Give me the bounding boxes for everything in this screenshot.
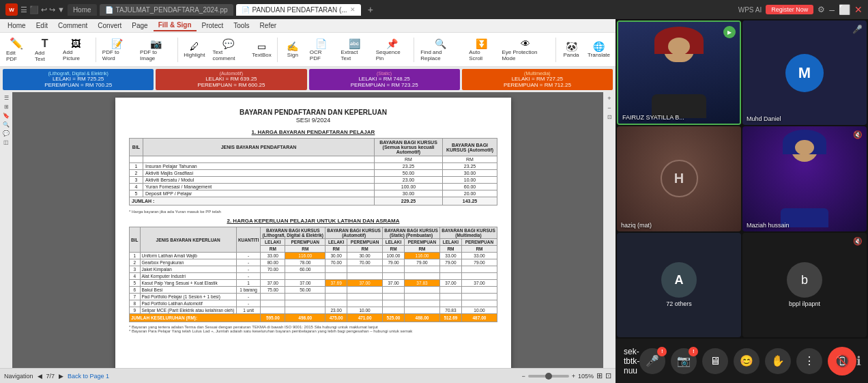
sidebar-search-icon[interactable]: 🔍 [3, 122, 10, 128]
video-cell-haziq[interactable]: H haziq (mat) [617, 126, 741, 231]
tab-home-ribbon[interactable]: Home [3, 20, 31, 31]
tool-edit-pdf[interactable]: ✏️ Edit PDF [3, 35, 30, 64]
registration-table: BIL JENIS BAYARAN PENDAFTARAN BAYARAN BA… [129, 138, 497, 205]
mic-off-muhd: 🎤 [852, 25, 863, 34]
tool-extract-text[interactable]: 🔤 Extract Text [338, 36, 371, 63]
section2-title: 2. HARGA KEPERLUAN PELAJAR UNTUK LATIHAN… [129, 218, 497, 224]
browser-top-bar: W ☰ ⬛ ↩ ↪ ▼ Home 📄 TAJULMAT_PENDAFTARA_2… [0, 0, 868, 19]
tab-tools[interactable]: Tools [229, 20, 254, 31]
table-row: 5 Deposit MPP / Pelajar 30.00 20.00 [130, 190, 497, 197]
tool-pdf-to-image[interactable]: 📷 PDF to Image [136, 36, 175, 63]
screen-share-btn[interactable]: 🖥 [702, 348, 728, 374]
tool-add-text[interactable]: T Add Text [31, 36, 58, 64]
document-area: Home Edit Comment Convert Page Fill & Si… [0, 19, 616, 383]
tab-edit[interactable]: Edit [31, 20, 53, 31]
table-row: 8 Pad Portfolio Latihan Automotif - [130, 300, 497, 307]
video-cell-fairuz[interactable]: FAIRUZ SYATILLA B... ▶ [617, 20, 741, 125]
tab-home[interactable]: Home [68, 4, 97, 16]
tab-doc2-active[interactable]: 📄 PANDUAN PENDAFTARAN (... ✕ [236, 4, 361, 16]
page-next-btn[interactable]: ▶ [59, 373, 63, 380]
tool-add-picture[interactable]: 🖼 Add Picture [59, 36, 93, 63]
tool-sign[interactable]: ✍ Sign [280, 39, 305, 60]
zoom-slider[interactable] [528, 375, 569, 378]
video-cell-label-bppl: bppl ilpapnt [789, 300, 820, 307]
tab-refer[interactable]: Refer [255, 20, 281, 31]
upgrade-btn[interactable]: Register Now [766, 5, 813, 14]
back-to-page-btn[interactable]: Back to Page 1 [68, 373, 109, 380]
table-row: 1 Insuran Pelajar Tahunan 23.25 23.25 [130, 163, 497, 170]
tab-protect[interactable]: Protect [197, 20, 229, 31]
video-panel: FAIRUZ SYATILLA B... ▶ M Muhd Daniel 🎤 H [616, 19, 868, 383]
page-indicator: 7/7 [46, 373, 55, 380]
settings-btn[interactable]: ⚙ [818, 5, 825, 14]
tab-comment[interactable]: Comment [53, 20, 92, 31]
table-row: 2 Gearbox Pengukuran - 80.00 78.00 70.00… [130, 259, 497, 266]
mic-off-maziah: 🔇 [853, 130, 863, 139]
status-cards-row: (Lithografi, Digital & Elektrik) LELAKI … [0, 67, 616, 92]
tool-eye-protection[interactable]: 👁 Eye Protection Mode [498, 36, 553, 63]
fit-width-btn[interactable]: ⊞ [596, 371, 603, 380]
table-row: 7 Pad Portfolio Pelajar (1 Sesion + 1 be… [130, 294, 497, 300]
toolbar-icons: ☰ ⬛ ↩ ↪ ▼ [20, 5, 65, 14]
wps-logo: W [5, 3, 18, 16]
jumlah-row: JUMLAH : 229.25 143.25 [130, 197, 497, 205]
video-grid: FAIRUZ SYATILLA B... ▶ M Muhd Daniel 🎤 H [616, 19, 868, 339]
tool-text-comment[interactable]: 💬 Text comment [209, 36, 248, 63]
tool-textbox[interactable]: ▭ TextBox [249, 39, 274, 60]
tab-fill[interactable]: Fill & Sign [154, 20, 197, 31]
video-cell-muhd-daniel[interactable]: M Muhd Daniel 🎤 [742, 20, 867, 125]
left-doc-sidebar: ☰ ⊞ 🔖 🔍 💬 ◫ [0, 92, 12, 368]
zoom-in-icon[interactable]: + [607, 95, 611, 102]
zoom-out-icon[interactable]: − [607, 104, 611, 111]
table-row: 6 Bakul Besi 1 barang 75.00 50.00 [130, 287, 497, 294]
tool-highlight[interactable]: 🖊 Highlight [181, 39, 207, 60]
doc-main-title: BAYARAN PENDAFTARAN DAN KEPERLUAN [129, 109, 497, 116]
mic-btn[interactable]: 🎤 ! [639, 348, 665, 374]
sidebar-bookmark-icon[interactable]: 🔖 [3, 113, 10, 119]
tab-page[interactable]: Page [127, 20, 152, 31]
tool-auto-scroll[interactable]: ⏬ Auto Scroll [465, 36, 497, 63]
emoji-btn[interactable]: 😊 [734, 348, 760, 374]
video-cell-maziah[interactable]: Maziah hussain 🔇 [742, 126, 867, 231]
table-row: 2 Aktiviti Majlis Gradfiasi 50.00 30.00 [130, 170, 497, 177]
tool-ocr[interactable]: 📄 OCR PDF [306, 36, 336, 63]
raise-hand-btn[interactable]: ✋ [765, 348, 791, 374]
tab-convert[interactable]: Convert [93, 20, 126, 31]
video-cell-bppl[interactable]: b bppl ilpapnt 🔇 [742, 233, 867, 337]
sidebar-layer-icon[interactable]: ◫ [3, 139, 9, 145]
keperluan-table: BIL JENIS BAYARAN KEPERLUAN KUANTITI BAY… [129, 227, 497, 322]
zoom-out-btn[interactable]: − [521, 373, 525, 380]
video-cell-label-muhd: Muhd Daniel [747, 115, 781, 122]
new-tab-btn[interactable]: + [364, 4, 377, 15]
page-prev-btn[interactable]: ◀ [38, 373, 42, 380]
close-btn[interactable]: ✕ [854, 4, 863, 15]
tab-doc1[interactable]: 📄 TAJULMAT_PENDAFTARA_2024.pp [100, 4, 233, 16]
tool-translate[interactable]: 🌐 Translate [585, 39, 613, 60]
table-row: 3 Jaket Kimpalan - 70.00 60.00 [130, 266, 497, 273]
more-btn[interactable]: ⋮ [796, 348, 822, 374]
table-row: 4 Yuran Fomesasi / Management 100.00 60.… [130, 184, 497, 190]
sidebar-comment-icon[interactable]: 💬 [3, 130, 10, 137]
tool-panda[interactable]: 🐼 Panda [559, 39, 583, 60]
sidebar-thumb-icon[interactable]: ⊞ [4, 104, 9, 110]
minimize-btn[interactable]: – [829, 4, 835, 15]
info-btn[interactable]: ℹ [856, 354, 861, 369]
fit-page-bottom-btn[interactable]: ⊡ [605, 371, 611, 380]
table-row: 1 Uniform Latihan Amali Wajib - 33.00 11… [130, 253, 497, 259]
maximize-btn[interactable]: ⬜ [839, 4, 850, 15]
tool-sequence-pin[interactable]: 📌 Sequence Pin [373, 36, 411, 63]
section1-title: 1. HARGA BAYARAN PENDAFTARAN PELAJAR [129, 129, 497, 135]
doc-page: BAYARAN PENDAFTARAN DAN KEPERLUAN SESI 9… [115, 98, 511, 368]
table-row: 9 Selipar MCE (Parit Elektrik atau kelah… [130, 307, 497, 314]
speaking-indicator: ▶ [723, 26, 736, 38]
fit-page-icon[interactable]: ⊡ [607, 114, 612, 120]
video-cell-others[interactable]: A 72 others [617, 233, 741, 337]
document-view[interactable]: ☰ ⊞ 🔖 🔍 💬 ◫ BAYARAN PENDAFTARAN DAN KEPE… [0, 92, 616, 368]
sidebar-nav-icon[interactable]: ☰ [4, 95, 9, 101]
table-row: 4 Alat Komputer Industri - [130, 273, 497, 280]
tool-find-replace[interactable]: 🔍 Find and Replace [417, 36, 464, 63]
camera-btn[interactable]: 📷 ! [671, 348, 697, 374]
zoom-in-bottom-btn[interactable]: + [572, 373, 575, 380]
end-call-btn[interactable]: 📵 [828, 347, 856, 375]
tool-pdf-to-word[interactable]: 📝 PDF to Word [99, 36, 135, 63]
